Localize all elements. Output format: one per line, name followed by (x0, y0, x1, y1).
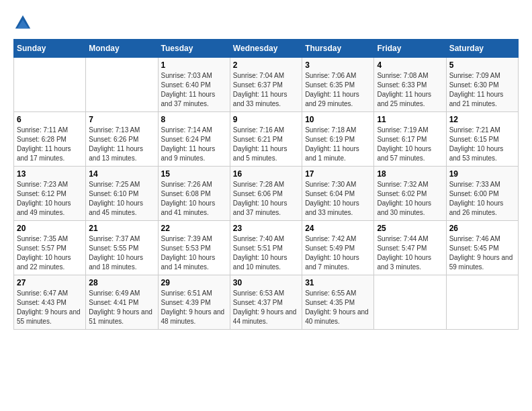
calendar-cell: 2Sunrise: 7:04 AM Sunset: 6:37 PM Daylig… (230, 58, 302, 112)
day-header-monday: Monday (86, 40, 158, 58)
day-info: Sunrise: 7:23 AM Sunset: 6:12 PM Dayligh… (17, 180, 83, 218)
day-number: 4 (377, 60, 443, 70)
day-info: Sunrise: 6:51 AM Sunset: 4:39 PM Dayligh… (161, 289, 227, 326)
calendar-cell: 23Sunrise: 7:40 AM Sunset: 5:51 PM Dayli… (230, 221, 302, 275)
calendar-cell: 5Sunrise: 7:09 AM Sunset: 6:30 PM Daylig… (446, 58, 518, 112)
logo-icon (13, 13, 32, 32)
calendar-cell: 31Sunrise: 6:55 AM Sunset: 4:35 PM Dayli… (302, 275, 374, 330)
calendar-cell: 25Sunrise: 7:44 AM Sunset: 5:47 PM Dayli… (374, 221, 446, 275)
day-header-sunday: Sunday (14, 40, 86, 58)
day-info: Sunrise: 7:03 AM Sunset: 6:40 PM Dayligh… (161, 71, 227, 109)
day-number: 12 (449, 115, 515, 124)
day-info: Sunrise: 7:18 AM Sunset: 6:19 PM Dayligh… (305, 126, 371, 163)
day-info: Sunrise: 7:14 AM Sunset: 6:24 PM Dayligh… (161, 126, 227, 163)
day-info: Sunrise: 7:04 AM Sunset: 6:37 PM Dayligh… (233, 71, 299, 109)
day-number: 31 (305, 278, 371, 287)
day-number: 15 (161, 169, 227, 179)
calendar-cell: 18Sunrise: 7:32 AM Sunset: 6:02 PM Dayli… (374, 167, 446, 221)
day-number: 21 (89, 224, 154, 233)
calendar-cell: 1Sunrise: 7:03 AM Sunset: 6:40 PM Daylig… (158, 58, 230, 112)
calendar-cell: 29Sunrise: 6:51 AM Sunset: 4:39 PM Dayli… (158, 275, 230, 330)
calendar-cell: 9Sunrise: 7:16 AM Sunset: 6:21 PM Daylig… (230, 112, 302, 167)
day-info: Sunrise: 7:33 AM Sunset: 6:00 PM Dayligh… (449, 180, 515, 218)
day-number: 26 (449, 224, 515, 233)
calendar-cell: 19Sunrise: 7:33 AM Sunset: 6:00 PM Dayli… (446, 167, 518, 221)
day-number: 24 (305, 224, 371, 233)
day-info: Sunrise: 7:35 AM Sunset: 5:57 PM Dayligh… (17, 234, 83, 272)
day-number: 25 (377, 224, 443, 233)
calendar-week-row: 6Sunrise: 7:11 AM Sunset: 6:28 PM Daylig… (14, 112, 519, 167)
calendar-body: 1Sunrise: 7:03 AM Sunset: 6:40 PM Daylig… (14, 58, 519, 330)
day-number: 22 (161, 224, 227, 233)
calendar-cell: 30Sunrise: 6:53 AM Sunset: 4:37 PM Dayli… (230, 275, 302, 330)
calendar-cell: 26Sunrise: 7:46 AM Sunset: 5:45 PM Dayli… (446, 221, 518, 275)
calendar-cell: 12Sunrise: 7:21 AM Sunset: 6:15 PM Dayli… (446, 112, 518, 167)
calendar-cell (86, 58, 158, 112)
calendar-cell (14, 58, 86, 112)
day-info: Sunrise: 7:32 AM Sunset: 6:02 PM Dayligh… (377, 180, 443, 218)
day-info: Sunrise: 6:53 AM Sunset: 4:37 PM Dayligh… (233, 289, 299, 326)
day-info: Sunrise: 7:44 AM Sunset: 5:47 PM Dayligh… (377, 234, 443, 272)
calendar-cell: 16Sunrise: 7:28 AM Sunset: 6:06 PM Dayli… (230, 167, 302, 221)
day-number: 11 (377, 115, 443, 124)
day-info: Sunrise: 7:28 AM Sunset: 6:06 PM Dayligh… (233, 180, 299, 218)
day-info: Sunrise: 7:30 AM Sunset: 6:04 PM Dayligh… (305, 180, 371, 218)
day-number: 13 (17, 169, 83, 179)
calendar-week-row: 27Sunrise: 6:47 AM Sunset: 4:43 PM Dayli… (14, 275, 519, 330)
day-number: 14 (89, 169, 154, 179)
calendar-cell: 6Sunrise: 7:11 AM Sunset: 6:28 PM Daylig… (14, 112, 86, 167)
day-info: Sunrise: 7:39 AM Sunset: 5:53 PM Dayligh… (161, 234, 227, 272)
day-number: 9 (233, 115, 299, 124)
day-header-friday: Friday (374, 40, 446, 58)
day-number: 29 (161, 278, 227, 287)
calendar-cell: 8Sunrise: 7:14 AM Sunset: 6:24 PM Daylig… (158, 112, 230, 167)
day-info: Sunrise: 7:37 AM Sunset: 5:55 PM Dayligh… (89, 234, 154, 272)
calendar-cell (374, 275, 446, 330)
calendar-cell: 14Sunrise: 7:25 AM Sunset: 6:10 PM Dayli… (86, 167, 158, 221)
calendar-cell: 27Sunrise: 6:47 AM Sunset: 4:43 PM Dayli… (14, 275, 86, 330)
calendar-cell: 10Sunrise: 7:18 AM Sunset: 6:19 PM Dayli… (302, 112, 374, 167)
day-info: Sunrise: 7:40 AM Sunset: 5:51 PM Dayligh… (233, 234, 299, 272)
day-info: Sunrise: 7:26 AM Sunset: 6:08 PM Dayligh… (161, 180, 227, 218)
day-header-saturday: Saturday (446, 40, 518, 58)
day-number: 6 (17, 115, 83, 124)
day-number: 7 (89, 115, 154, 124)
day-number: 20 (17, 224, 83, 233)
day-number: 18 (377, 169, 443, 179)
calendar-week-row: 13Sunrise: 7:23 AM Sunset: 6:12 PM Dayli… (14, 167, 519, 221)
day-info: Sunrise: 7:16 AM Sunset: 6:21 PM Dayligh… (233, 126, 299, 163)
day-info: Sunrise: 7:42 AM Sunset: 5:49 PM Dayligh… (305, 234, 371, 272)
day-info: Sunrise: 7:19 AM Sunset: 6:17 PM Dayligh… (377, 126, 443, 163)
day-number: 5 (449, 60, 515, 70)
calendar-cell: 21Sunrise: 7:37 AM Sunset: 5:55 PM Dayli… (86, 221, 158, 275)
day-header-tuesday: Tuesday (158, 40, 230, 58)
day-number: 19 (449, 169, 515, 179)
calendar-week-row: 20Sunrise: 7:35 AM Sunset: 5:57 PM Dayli… (14, 221, 519, 275)
calendar-cell: 13Sunrise: 7:23 AM Sunset: 6:12 PM Dayli… (14, 167, 86, 221)
calendar-cell: 24Sunrise: 7:42 AM Sunset: 5:49 PM Dayli… (302, 221, 374, 275)
day-info: Sunrise: 6:47 AM Sunset: 4:43 PM Dayligh… (17, 289, 83, 326)
day-number: 10 (305, 115, 371, 124)
day-info: Sunrise: 7:13 AM Sunset: 6:26 PM Dayligh… (89, 126, 154, 163)
day-info: Sunrise: 6:49 AM Sunset: 4:41 PM Dayligh… (89, 289, 154, 326)
calendar-cell: 4Sunrise: 7:08 AM Sunset: 6:33 PM Daylig… (374, 58, 446, 112)
day-info: Sunrise: 7:08 AM Sunset: 6:33 PM Dayligh… (377, 71, 443, 109)
day-number: 28 (89, 278, 154, 287)
day-info: Sunrise: 6:55 AM Sunset: 4:35 PM Dayligh… (305, 289, 371, 326)
day-info: Sunrise: 7:46 AM Sunset: 5:45 PM Dayligh… (449, 234, 515, 272)
day-header-wednesday: Wednesday (230, 40, 302, 58)
day-number: 30 (233, 278, 299, 287)
calendar-cell (446, 275, 518, 330)
logo (13, 13, 35, 32)
calendar-cell: 15Sunrise: 7:26 AM Sunset: 6:08 PM Dayli… (158, 167, 230, 221)
day-info: Sunrise: 7:06 AM Sunset: 6:35 PM Dayligh… (305, 71, 371, 109)
calendar-table: SundayMondayTuesdayWednesdayThursdayFrid… (13, 39, 519, 330)
day-number: 27 (17, 278, 83, 287)
calendar-cell: 22Sunrise: 7:39 AM Sunset: 5:53 PM Dayli… (158, 221, 230, 275)
calendar-cell: 17Sunrise: 7:30 AM Sunset: 6:04 PM Dayli… (302, 167, 374, 221)
day-number: 17 (305, 169, 371, 179)
calendar-cell: 3Sunrise: 7:06 AM Sunset: 6:35 PM Daylig… (302, 58, 374, 112)
page-header (13, 13, 519, 32)
calendar-cell: 20Sunrise: 7:35 AM Sunset: 5:57 PM Dayli… (14, 221, 86, 275)
day-info: Sunrise: 7:09 AM Sunset: 6:30 PM Dayligh… (449, 71, 515, 109)
